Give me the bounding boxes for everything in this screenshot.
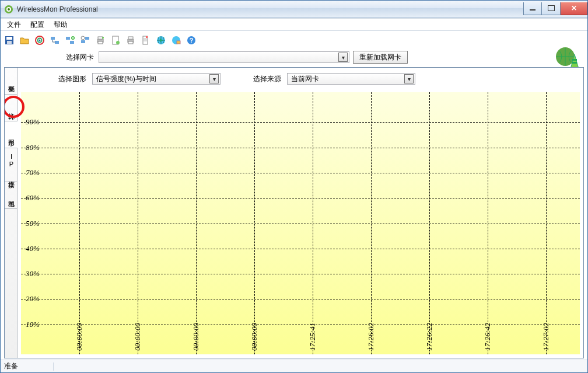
side-tab-summary[interactable]: 概要 [5,68,18,95]
page-icon[interactable] [109,34,122,47]
svg-rect-10 [55,41,59,44]
y-tick-label: 20% [26,294,40,304]
side-tab-map[interactable]: 地图 [5,182,18,209]
svg-rect-5 [7,41,12,44]
save-icon[interactable] [3,34,16,47]
netadd-icon[interactable] [64,34,76,47]
adapter-row: 选择网卡 ▾ 重新加载网卡 [1,48,587,66]
adapter-label: 选择网卡 [66,53,95,62]
y-tick-label: 10% [26,320,40,329]
target-icon[interactable] [33,34,46,47]
graph-type-label: 选择图形 [58,74,88,84]
help-icon[interactable]: ? [185,34,198,47]
x-tick-label: 00:00:00 [75,323,84,351]
y-tick-label: 60% [26,193,40,203]
app-icon [4,5,13,14]
svg-rect-12 [70,41,74,44]
svg-rect-27 [146,36,148,38]
graph-source-label: 选择来源 [253,74,282,84]
graph-source-combo[interactable]: 当前网卡 ▾ [287,73,415,85]
print2-icon[interactable] [124,34,137,47]
side-tab-ip[interactable]: IP 连接 [5,148,18,182]
svg-text:?: ? [190,37,194,44]
close-button[interactable] [561,2,587,15]
status-text: 准备 [4,361,18,371]
svg-point-22 [116,41,120,44]
x-tick-label: 00:00:00 [191,323,201,351]
svg-rect-14 [81,40,85,43]
svg-rect-18 [98,37,103,39]
svg-rect-19 [98,41,103,44]
folder-icon[interactable] [18,34,31,47]
graph-type-selected: 信号强度(%)与时间 [96,74,209,84]
y-tick-label: 70% [26,168,40,177]
y-tick-label: 40% [26,244,40,253]
svg-rect-9 [51,37,55,40]
menu-file[interactable]: 文件 [2,19,26,31]
chart-controls: 选择图形 信号强度(%)与时间 ▾ 选择来源 当前网卡 ▾ [18,68,583,90]
x-tick-label: 00:00:00 [250,323,259,351]
netlist-icon[interactable] [48,34,61,47]
signal-chart: 10%20%30%40%50%60%70%80%90%00:00:0000:00… [21,92,580,354]
netmon-icon[interactable] [79,34,92,47]
svg-rect-15 [85,37,89,40]
statusbar: 准备 [1,360,587,372]
print-icon[interactable] [94,34,107,47]
main-area: 选择图形 信号强度(%)与时间 ▾ 选择来源 当前网卡 ▾ 10%20%30%4… [18,68,583,358]
x-tick-label: 17:26:42 [483,323,492,351]
client-area: 概要 统计 图形 IP 连接 地图 选择图形 信号强度(%)与时间 ▾ 选择来源… [4,67,584,358]
x-tick-label: 17:27:02 [541,323,551,351]
svg-rect-4 [6,37,12,40]
reload-adapter-button[interactable]: 重新加载网卡 [353,51,408,64]
titlebar: WirelessMon Professional [1,1,587,18]
svg-point-8 [39,40,41,41]
svg-rect-11 [66,37,70,40]
y-tick-label: 80% [26,143,40,152]
minimize-button[interactable] [523,2,542,15]
svg-point-2 [8,8,10,11]
sidebar: 概要 统计 图形 IP 连接 地图 [5,68,18,358]
x-tick-label: 00:00:00 [133,323,142,351]
side-tab-stats[interactable]: 统计 [5,95,18,121]
x-tick-label: 17:26:02 [366,323,376,351]
menu-config[interactable]: 配置 [26,19,49,31]
side-tab-graph[interactable]: 图形 [5,121,18,148]
window-title: WirelessMon Professional [17,5,98,13]
x-tick-label: 17:25:41 [308,323,317,351]
chevron-down-icon: ▾ [338,53,348,62]
graph-source-selected: 当前网卡 [291,74,404,84]
globe-mon-icon[interactable] [170,34,183,47]
graph-type-combo[interactable]: 信号强度(%)与时间 ▾ [92,73,220,85]
chevron-down-icon: ▾ [404,74,414,83]
svg-rect-25 [128,41,133,44]
doc-icon[interactable] [139,34,152,47]
globe-play-icon[interactable] [155,34,167,47]
status-separator [53,362,54,371]
maximize-button[interactable] [542,2,561,15]
y-tick-label: 50% [26,219,40,228]
chevron-down-icon: ▾ [209,74,219,83]
svg-point-16 [81,36,85,40]
svg-rect-31 [177,41,180,44]
svg-rect-20 [102,37,104,39]
svg-rect-37 [572,62,577,64]
menubar: 文件 配置 帮助 [1,18,587,31]
y-tick-label: 30% [26,269,40,278]
adapter-combo[interactable]: ▾ [99,51,349,63]
y-tick-label: 90% [26,117,40,127]
menu-help[interactable]: 帮助 [49,19,72,31]
toolbar: ? [1,31,587,48]
svg-rect-36 [572,59,577,61]
x-tick-label: 17:26:22 [425,323,434,351]
svg-rect-24 [128,37,133,39]
